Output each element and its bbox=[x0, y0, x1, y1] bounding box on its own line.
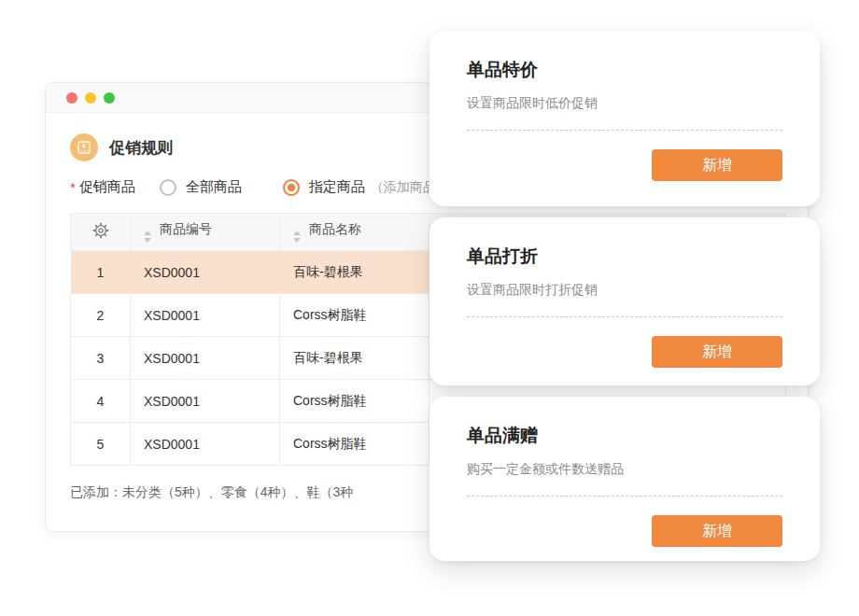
card-single-item-special-price: 单品特价 设置商品限时低价促销 新增 bbox=[430, 31, 820, 206]
product-code-cell: XSD0001 bbox=[131, 294, 280, 337]
row-index: 2 bbox=[71, 294, 131, 337]
minimize-window-icon[interactable] bbox=[85, 92, 96, 104]
radio-specified-products[interactable]: 指定商品 （添加商品 bbox=[283, 178, 436, 196]
close-window-icon[interactable] bbox=[66, 92, 77, 104]
dashed-divider bbox=[467, 130, 782, 131]
product-name-cell: Corss树脂鞋 bbox=[280, 380, 430, 423]
sort-arrows-icon[interactable] bbox=[144, 231, 151, 243]
maximize-window-icon[interactable] bbox=[104, 92, 115, 104]
product-name-cell: Corss树脂鞋 bbox=[280, 294, 430, 337]
product-code-cell: XSD0001 bbox=[131, 337, 280, 380]
add-gift-button[interactable]: 新增 bbox=[652, 515, 782, 547]
page: ¥ 促销规则 * 促销商品 全部商品 指定商品 （添加商品 bbox=[0, 0, 859, 616]
card-description: 设置商品限时低价促销 bbox=[467, 94, 782, 111]
product-name-cell: 百味-碧根果 bbox=[280, 251, 430, 294]
sort-arrows-icon[interactable] bbox=[293, 231, 301, 243]
dashed-divider bbox=[467, 496, 782, 497]
column-settings-cell[interactable] bbox=[71, 214, 131, 251]
card-description: 设置商品限时打折促销 bbox=[467, 281, 782, 298]
card-title: 单品满赠 bbox=[467, 425, 782, 447]
radio-selected-icon[interactable] bbox=[283, 179, 300, 196]
row-index: 4 bbox=[71, 380, 131, 423]
column-header-product-name[interactable]: 商品名称 bbox=[280, 214, 430, 251]
promo-products-label: 促销商品 bbox=[79, 178, 135, 196]
coupon-icon: ¥ bbox=[70, 133, 98, 161]
row-index: 5 bbox=[71, 423, 131, 466]
dashed-divider bbox=[467, 316, 782, 317]
product-name-cell: 百味-碧根果 bbox=[280, 337, 430, 380]
row-index: 1 bbox=[71, 251, 131, 294]
radio-all-products[interactable]: 全部商品 bbox=[160, 178, 242, 196]
column-header-product-code[interactable]: 商品编号 bbox=[131, 214, 280, 251]
product-code-cell: XSD0001 bbox=[131, 380, 280, 423]
card-single-item-gift: 单品满赠 购买一定金额或件数送赠品 新增 bbox=[430, 397, 820, 561]
radio-specified-products-label: 指定商品 bbox=[309, 178, 365, 196]
svg-text:¥: ¥ bbox=[82, 143, 86, 149]
card-title: 单品打折 bbox=[467, 245, 782, 268]
radio-all-products-label: 全部商品 bbox=[186, 178, 242, 196]
card-single-item-discount: 单品打折 设置商品限时打折促销 新增 bbox=[430, 217, 820, 385]
card-title: 单品特价 bbox=[467, 59, 782, 81]
add-discount-button[interactable]: 新增 bbox=[652, 336, 782, 368]
radio-unselected-icon[interactable] bbox=[160, 179, 176, 196]
add-products-hint: （添加商品 bbox=[371, 179, 436, 196]
page-title: 促销规则 bbox=[109, 137, 173, 159]
gear-icon[interactable] bbox=[92, 227, 109, 242]
product-name-cell: Corss树脂鞋 bbox=[280, 423, 430, 466]
product-code-cell: XSD0001 bbox=[131, 251, 280, 294]
row-index: 3 bbox=[71, 337, 131, 380]
required-asterisk: * bbox=[70, 179, 76, 195]
card-description: 购买一定金额或件数送赠品 bbox=[467, 460, 782, 477]
add-special-price-button[interactable]: 新增 bbox=[652, 149, 782, 181]
product-code-cell: XSD0001 bbox=[131, 423, 280, 466]
